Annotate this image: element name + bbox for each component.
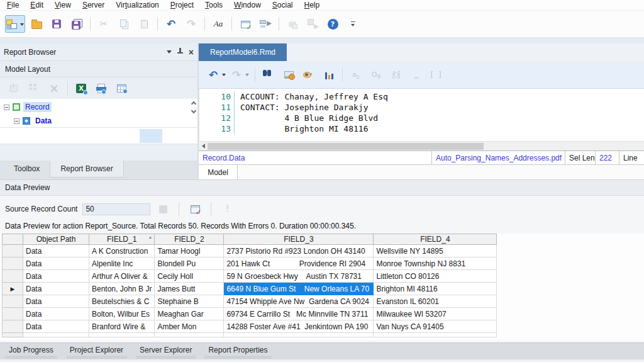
save-all-button[interactable] [68, 15, 86, 33]
save-button[interactable] [48, 15, 65, 33]
row-selector[interactable] [3, 308, 23, 320]
cell[interactable]: Brighton MI 48116 [374, 283, 497, 295]
cell[interactable]: Data [23, 245, 89, 257]
cell[interactable]: Arthur A Oliver & [89, 270, 155, 283]
cell[interactable]: Branford Wire & [89, 320, 155, 333]
row-selector[interactable] [3, 295, 23, 308]
source-record-count-input[interactable] [82, 203, 150, 215]
cell[interactable]: Benton, John B Jr [89, 283, 155, 295]
cell[interactable]: Meaghan Gar [155, 308, 224, 320]
cell[interactable]: Data [23, 308, 89, 320]
overflow-button[interactable] [344, 15, 362, 33]
row-selector[interactable] [3, 270, 23, 283]
refresh-preview-button[interactable] [186, 200, 204, 218]
scroll-left-icon[interactable] [199, 144, 208, 149]
export-csv-button[interactable] [92, 79, 110, 97]
row-selector[interactable] [3, 257, 23, 270]
cell[interactable]: Data [23, 270, 89, 283]
cell[interactable]: Littleton CO 80126 [374, 270, 497, 283]
cell[interactable]: A K Construction [89, 245, 155, 257]
tree-scrollbar[interactable] [192, 102, 196, 113]
tab-model[interactable]: Model [199, 165, 238, 179]
cell[interactable]: Van Nuys CA 91405 [374, 320, 497, 333]
cell[interactable]: 47154 Whipple Ave Nw Gardena CA 9024 [224, 295, 374, 308]
menu-server[interactable]: Server [77, 0, 110, 10]
menu-virtualization[interactable]: Virtualization [110, 0, 165, 10]
cell[interactable]: Amber Mon [155, 320, 224, 333]
export-excel-button[interactable] [72, 79, 90, 97]
row-selector[interactable] [3, 320, 23, 333]
cell[interactable]: Blondell Pu [155, 257, 224, 270]
tree-item-data[interactable]: Data [0, 114, 197, 128]
cell[interactable]: Tamar Hoogl [155, 245, 224, 257]
new-model-button[interactable] [5, 15, 25, 33]
window-check-button[interactable] [236, 15, 254, 33]
horizontal-scrollbar[interactable] [199, 141, 644, 150]
cell[interactable]: Data [23, 257, 89, 270]
menu-file[interactable]: File [1, 0, 25, 10]
undo-button[interactable] [206, 66, 227, 84]
menu-social[interactable]: Social [267, 0, 299, 10]
column-header-field_3[interactable]: FIELD_3 [224, 234, 374, 245]
tree-scroll-thumb[interactable] [140, 129, 162, 143]
cell[interactable]: 59 N Groesbeck Hwy Austin TX 78731 [224, 270, 374, 283]
find-button[interactable] [260, 66, 277, 84]
menu-tools[interactable]: Tools [199, 0, 228, 10]
column-header-field_4[interactable]: FIELD_4 [374, 234, 497, 245]
row-selector[interactable] [3, 245, 23, 257]
chevron-down-icon[interactable] [167, 50, 172, 56]
cell[interactable]: James Butt [155, 283, 224, 295]
scroll-up-icon[interactable] [191, 101, 196, 106]
cell[interactable]: 69734 E Carrillo St Mc Minnville TN 3711 [224, 308, 374, 320]
tab-report-browser[interactable]: Report Browser [50, 161, 123, 178]
tab-server-explorer[interactable]: Server Explorer [132, 343, 199, 360]
scroll-down-icon[interactable] [191, 108, 196, 113]
font-button[interactable] [209, 15, 227, 33]
cell[interactable]: 14288 Foster Ave #41 Jenkintown PA 190 [224, 320, 374, 333]
code-editor[interactable]: 10ACCOUNT: Chanay, Jeffrey A Esq11CONTAC… [199, 89, 644, 141]
preview-eye-button[interactable] [300, 66, 318, 84]
cell[interactable]: Data [23, 320, 89, 333]
cell[interactable]: 2737 Pistorio Rd #923 London OH 43140 [224, 245, 374, 257]
tab-report-properties[interactable]: Report Properties [201, 343, 275, 360]
open-folder-button[interactable] [28, 15, 45, 33]
dropdown-caret-icon[interactable] [222, 74, 226, 78]
column-header-field_1[interactable]: FIELD_1▲ [89, 234, 155, 245]
form-run-button[interactable] [257, 15, 274, 33]
column-header-object-path[interactable]: Object Path [23, 234, 89, 245]
row-selector[interactable]: ▶ [3, 283, 23, 295]
cell[interactable]: Milwaukee WI 53207 [374, 308, 497, 320]
export-table-button[interactable] [113, 79, 130, 97]
statistics-button[interactable] [320, 66, 338, 84]
tab-job-progress[interactable]: Job Progress [1, 343, 61, 360]
close-icon[interactable]: × [189, 48, 194, 57]
menu-help[interactable]: Help [299, 0, 326, 10]
column-header-field_2[interactable]: FIELD_2 [155, 234, 224, 245]
tab-project-explorer[interactable]: Project Explorer [62, 343, 131, 360]
cell[interactable]: Cecily Holl [155, 270, 224, 283]
menu-window[interactable]: Window [228, 0, 267, 10]
cell[interactable]: Data [23, 283, 89, 295]
cell[interactable]: Monroe Township NJ 8831 [374, 257, 497, 270]
image-settings-button[interactable] [280, 66, 297, 84]
scrollbar-thumb[interactable] [208, 143, 484, 150]
tab-toolbox[interactable]: Toolbox [4, 161, 50, 177]
cell[interactable]: 201 Hawk Ct Providence RI 2904 [224, 257, 374, 270]
help-button[interactable] [324, 15, 341, 33]
cell[interactable]: Beutelschies & C [89, 295, 155, 308]
expander-icon[interactable] [4, 105, 9, 110]
cell[interactable]: Evanston IL 60201 [374, 295, 497, 308]
cell[interactable]: Wellsville NY 14895 [374, 245, 497, 257]
cell[interactable]: Alpenlite Inc [89, 257, 155, 270]
cell[interactable]: Data [23, 295, 89, 308]
menu-view[interactable]: View [49, 0, 77, 10]
tab-reportmodel6-rmd[interactable]: ReportModel6.Rmd [199, 43, 287, 61]
menu-project[interactable]: Project [165, 0, 199, 10]
expander-icon[interactable] [14, 118, 19, 124]
cell[interactable]: Bolton, Wilbur Es [89, 308, 155, 320]
tree-item-record[interactable]: Record [0, 100, 197, 114]
cell[interactable]: 6649 N Blue Gum St New Orleans LA 70 [224, 283, 374, 295]
cell[interactable]: Stephaine B [155, 295, 224, 308]
menu-edit[interactable]: Edit [25, 0, 49, 10]
pin-icon[interactable] [177, 48, 183, 56]
